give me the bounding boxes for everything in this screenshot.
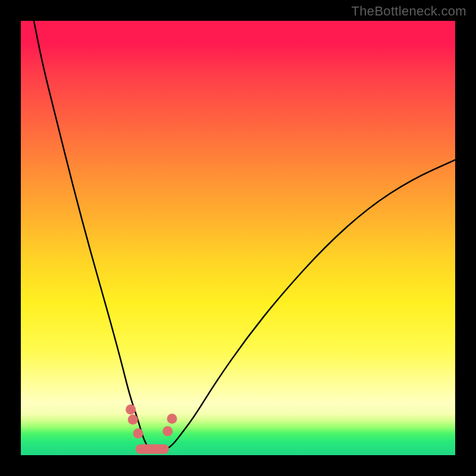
marker-dot — [162, 426, 173, 436]
chart-svg — [21, 21, 455, 455]
marker-dot — [126, 405, 136, 415]
marker-group — [126, 405, 177, 449]
outer-frame: TheBottleneck.com — [0, 0, 476, 476]
bottleneck-curve — [34, 21, 455, 453]
chart-area — [21, 21, 455, 455]
watermark-text: TheBottleneck.com — [352, 4, 466, 19]
marker-dot — [133, 428, 143, 439]
marker-dot — [128, 415, 138, 425]
marker-dot — [167, 414, 177, 424]
